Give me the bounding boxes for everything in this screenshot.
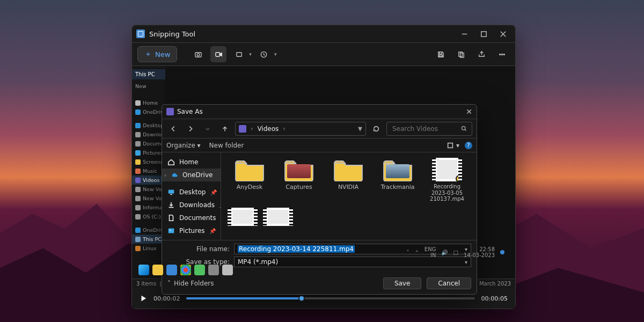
player-current-time: 00:00:02	[153, 295, 180, 302]
folder-item[interactable]: Trackmania	[376, 158, 420, 202]
tree-item: Music	[143, 168, 157, 174]
folder-item[interactable]: NVIDIA	[326, 158, 370, 202]
video-file-icon[interactable]	[263, 208, 293, 226]
videos-icon	[239, 125, 246, 133]
nav-downloads[interactable]: Downloads 📌	[162, 199, 221, 211]
snip-mode-camera-icon[interactable]	[190, 46, 206, 62]
nav-documents[interactable]: Documents 📌	[162, 211, 221, 224]
tray-volume-icon[interactable]: 🔊	[441, 250, 448, 255]
taskbar-settings-icon[interactable]	[208, 265, 219, 275]
tray-time[interactable]: 22:58	[479, 246, 495, 252]
minimize-button[interactable]	[456, 26, 472, 41]
pin-icon: 📌	[210, 189, 217, 195]
video-file-item[interactable]: Recording 2023-03-05 210137.mp4	[425, 158, 469, 202]
snip-shape-dropdown[interactable]	[231, 46, 247, 62]
svg-point-11	[503, 54, 504, 55]
start-button[interactable]	[138, 265, 149, 275]
new-button[interactable]: ＋ New	[137, 46, 177, 62]
nav-pictures[interactable]: Pictures 📌	[162, 224, 221, 237]
player-progress-bar[interactable]	[186, 297, 474, 299]
refresh-button[interactable]	[369, 122, 383, 136]
hide-folders-toggle[interactable]: ˄ Hide Folders	[167, 280, 214, 287]
address-bar[interactable]: › Videos › ▾	[235, 122, 366, 136]
taskbar-chrome-icon[interactable]	[180, 265, 191, 275]
svg-point-2	[197, 53, 200, 56]
dialog-icon	[166, 108, 174, 115]
nav-home[interactable]: Home	[162, 156, 221, 169]
progress-knob[interactable]	[298, 295, 305, 302]
home-icon	[167, 158, 175, 166]
doc-icon	[167, 214, 175, 222]
svg-rect-4	[237, 52, 241, 56]
nav-label: OneDrive	[182, 171, 213, 179]
svg-rect-6	[439, 55, 442, 56]
breadcrumb-item[interactable]: Videos	[257, 125, 279, 133]
taskbar-app-icon[interactable]	[222, 265, 233, 275]
dialog-close-button[interactable]: ✕	[466, 107, 472, 116]
breadcrumb-sep: ›	[251, 125, 253, 132]
nav-recent-dropdown[interactable]	[201, 122, 215, 136]
folder-icon	[333, 158, 363, 181]
onedrive-icon	[171, 171, 178, 179]
file-label: Captures	[286, 184, 312, 191]
save-type-value: MP4 (*.mp4)	[238, 258, 278, 266]
copy-icon[interactable]	[453, 46, 469, 62]
taskbar-app-icon[interactable]	[152, 265, 163, 275]
desktop-icon	[167, 188, 175, 196]
tree-item: Desktop	[143, 122, 164, 128]
tray-notification-dot[interactable]	[500, 250, 504, 254]
nav-desktop[interactable]: Desktop 📌	[162, 186, 221, 199]
save-icon[interactable]	[433, 46, 449, 62]
taskbar-app-icon[interactable]	[194, 265, 205, 275]
nav-back-button[interactable]	[166, 122, 180, 136]
taskbar-app-icon[interactable]	[166, 265, 177, 275]
folder-icon	[235, 158, 265, 181]
maximize-button[interactable]	[475, 26, 492, 41]
cancel-button[interactable]: Cancel	[427, 277, 471, 289]
share-icon[interactable]	[473, 46, 489, 62]
plus-icon: ＋	[144, 49, 152, 59]
chevron-down-icon[interactable]: ▾	[465, 259, 467, 265]
status-items: 3 items	[136, 281, 156, 287]
search-input[interactable]	[391, 125, 456, 133]
window-title: Snipping Tool	[149, 30, 195, 38]
close-button[interactable]	[495, 26, 511, 41]
tray-lang[interactable]: ENG	[425, 246, 436, 252]
video-file-icon[interactable]	[228, 208, 258, 226]
delay-dropdown[interactable]	[256, 46, 272, 62]
folder-icon	[383, 158, 413, 181]
svg-point-9	[499, 54, 500, 55]
svg-rect-14	[169, 190, 174, 194]
new-folder-button[interactable]: New folder	[209, 142, 244, 149]
chevron-down-icon[interactable]: ▾	[358, 123, 362, 134]
svg-point-16	[170, 230, 171, 231]
search-field[interactable]	[386, 122, 472, 136]
more-icon[interactable]	[494, 46, 510, 62]
dialog-title: Save As	[177, 108, 203, 115]
nav-onedrive[interactable]: › OneDrive	[162, 169, 221, 181]
tray-battery-icon[interactable]: □	[453, 250, 458, 255]
save-type-field[interactable]: MP4 (*.mp4) ▾	[234, 257, 471, 267]
play-button[interactable]	[140, 295, 147, 302]
tree-item: New	[135, 83, 147, 89]
organize-dropdown[interactable]: Organize ▾	[166, 142, 201, 149]
nav-forward-button[interactable]	[184, 122, 197, 136]
file-label: Recording 2023-03-05 210137.mp4	[425, 184, 469, 202]
folder-item[interactable]: Captures	[277, 158, 321, 202]
tray-chevron-icon[interactable]: ˄	[406, 250, 409, 255]
snip-mode-video-icon[interactable]	[210, 46, 226, 62]
pin-icon: 📌	[209, 228, 216, 234]
new-label: New	[155, 50, 170, 58]
save-button[interactable]: Save	[383, 277, 421, 289]
player-total-time: 00:00:05	[481, 295, 508, 302]
folder-item[interactable]: AnyDesk	[228, 158, 272, 202]
nav-up-button[interactable]	[218, 122, 232, 136]
tree-item: Home	[143, 100, 158, 106]
help-icon[interactable]: ?	[465, 142, 472, 149]
tree-header: This PC	[132, 69, 165, 79]
svg-rect-15	[169, 229, 174, 233]
svg-point-12	[462, 126, 465, 130]
svg-rect-0	[481, 31, 486, 36]
tray-wifi-icon[interactable]: ⌃	[414, 250, 419, 255]
view-mode-dropdown[interactable]: ▾	[447, 142, 459, 149]
